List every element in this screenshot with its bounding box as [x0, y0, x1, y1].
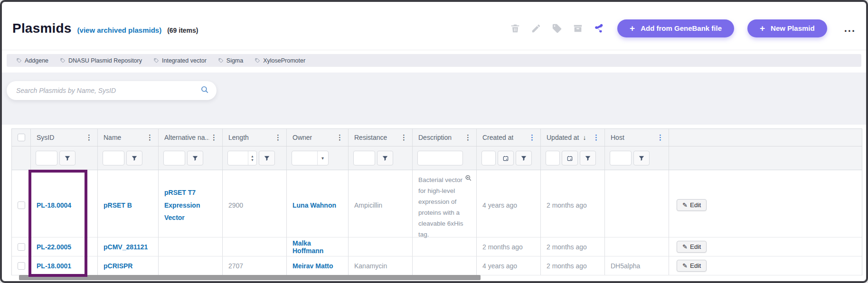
zoom-in-icon[interactable] [465, 174, 472, 183]
alt-name-link[interactable]: pRSET T7 Expression Vector [164, 186, 217, 224]
sysid-link[interactable]: PL-18.0001 [37, 262, 71, 270]
tag-icon [60, 58, 66, 64]
row-checkbox[interactable] [18, 262, 25, 270]
name-link[interactable]: pRSET B [104, 201, 132, 209]
updated-at-filter-input[interactable] [546, 151, 560, 165]
column-menu-icon[interactable]: ⋮ [656, 133, 665, 142]
tag-filter-bar: Addgene DNASU Plasmid Repository Integra… [7, 54, 861, 67]
length-funnel-icon[interactable] [259, 151, 275, 165]
column-header-created-at[interactable]: Created at ⋮ [477, 129, 541, 146]
alt-name-filter-input[interactable] [163, 151, 185, 165]
column-header-resistance[interactable]: Resistance ⋮ [349, 129, 413, 146]
owner-link[interactable]: Meirav Matto [292, 262, 333, 270]
column-label: Owner [292, 134, 312, 141]
column-header-description[interactable]: Description ⋮ [413, 129, 477, 146]
description-value: Bacterial vector for high-level expressi… [418, 175, 472, 240]
tag-icon [153, 58, 159, 64]
host-filter-input[interactable] [610, 151, 632, 165]
column-menu-icon[interactable]: ⋮ [145, 133, 154, 142]
column-menu-icon[interactable]: ⋮ [85, 133, 94, 142]
view-archived-link[interactable]: (view archived plasmids) [77, 26, 162, 34]
column-header-updated-at[interactable]: Updated at ↓ ⋮ [541, 129, 605, 146]
chevron-down-icon[interactable]: ▾ [317, 151, 328, 165]
alt-name-funnel-icon[interactable] [187, 151, 203, 165]
column-header-name[interactable]: Name ⋮ [98, 129, 159, 146]
search-box [7, 81, 217, 100]
updated-at-value: 2 months ago [547, 262, 587, 270]
trash-icon[interactable] [510, 23, 520, 34]
resistance-value: Kanamycin [354, 262, 387, 270]
resistance-funnel-icon[interactable] [377, 151, 393, 165]
created-at-value: 4 years ago [482, 262, 517, 270]
sysid-link[interactable]: PL-22.0005 [37, 243, 71, 251]
table-filter-row: ▲▼ ▾ [12, 146, 862, 170]
length-stepper[interactable]: ▲▼ [248, 151, 256, 165]
column-header-host[interactable]: Host ⋮ [605, 129, 669, 146]
tag-chip[interactable]: XylosePromoter [255, 57, 305, 64]
name-link[interactable]: pCRISPR [104, 262, 132, 270]
search-input[interactable] [16, 87, 200, 94]
name-link[interactable]: pCMV_281121 [104, 243, 148, 251]
created-at-filter-input[interactable] [481, 151, 496, 165]
table-header-row: SysID ⋮ Name ⋮ Alternative na... ⋮ Lengt… [12, 129, 862, 146]
row-checkbox[interactable] [18, 243, 25, 251]
archive-icon[interactable] [573, 23, 583, 34]
column-menu-icon[interactable]: ⋮ [528, 133, 537, 142]
select-all-checkbox[interactable] [18, 134, 25, 141]
row-checkbox[interactable] [18, 201, 25, 209]
edit-button[interactable]: ✎ Edit [677, 199, 707, 211]
updated-at-funnel-icon[interactable] [580, 151, 596, 165]
tag-chip[interactable]: DNASU Plasmid Repository [60, 57, 142, 64]
tag-chip[interactable]: Integrated vector [153, 57, 207, 64]
edit-label: Edit [690, 243, 701, 250]
column-menu-icon[interactable]: ⋮ [399, 133, 408, 142]
column-menu-icon[interactable]: ⋮ [463, 133, 472, 142]
add-from-genebank-button[interactable]: + Add from GeneBank file [617, 19, 734, 37]
owner-link[interactable]: Malka Hoffmann [292, 239, 343, 255]
more-options-button[interactable]: ... [844, 26, 856, 31]
tag-label: Sigma [226, 57, 243, 64]
edit-label: Edit [690, 201, 701, 209]
description-filter-input[interactable] [417, 151, 463, 165]
share-icon[interactable] [594, 23, 604, 34]
tag-chip[interactable]: Sigma [218, 57, 243, 64]
column-header-length[interactable]: Length ⋮ [223, 129, 287, 146]
name-funnel-icon[interactable] [126, 151, 142, 165]
new-plasmid-button[interactable]: + New Plasmid [747, 19, 827, 37]
column-label: Resistance [354, 134, 387, 141]
owner-link[interactable]: Luna Wahnon [292, 201, 336, 209]
length-value: 2900 [228, 201, 243, 209]
pencil-icon[interactable] [531, 23, 541, 34]
search-icon[interactable] [200, 85, 209, 96]
page-title: Plasmids [12, 21, 72, 36]
column-header-owner[interactable]: Owner ⋮ [287, 129, 349, 146]
column-menu-icon[interactable]: ⋮ [209, 133, 218, 142]
length-value: 2707 [228, 262, 243, 270]
resistance-filter-input[interactable] [353, 151, 375, 165]
table-row[interactable]: PL-18.0004 pRSET B pRSET T7 Expression V… [12, 170, 862, 237]
plus-icon: + [760, 23, 765, 34]
horizontal-scrollbar[interactable] [19, 275, 481, 280]
column-header-sysid[interactable]: SysID ⋮ [31, 129, 98, 146]
sysid-filter-input[interactable] [36, 151, 57, 165]
tag-icon[interactable] [552, 23, 562, 34]
sysid-link[interactable]: PL-18.0004 [37, 201, 71, 209]
column-menu-icon[interactable]: ⋮ [592, 133, 601, 142]
column-menu-icon[interactable]: ⋮ [274, 133, 283, 142]
sysid-funnel-icon[interactable] [59, 151, 75, 165]
edit-button[interactable]: ✎ Edit [677, 241, 707, 253]
column-header-alternative-name[interactable]: Alternative na... ⋮ [159, 129, 223, 146]
tag-label: Integrated vector [162, 57, 207, 64]
host-funnel-icon[interactable] [633, 151, 650, 165]
column-menu-icon[interactable]: ⋮ [335, 133, 344, 142]
name-filter-input[interactable] [103, 151, 124, 165]
search-panel [2, 73, 866, 125]
updated-at-calendar-icon[interactable] [562, 151, 578, 165]
created-at-calendar-icon[interactable] [498, 151, 514, 165]
created-at-funnel-icon[interactable] [516, 151, 532, 165]
sort-descending-icon[interactable]: ↓ [583, 134, 586, 141]
table-row[interactable]: PL-22.0005 pCMV_281121 Malka Hoffmann 2 … [12, 237, 862, 256]
tag-chip[interactable]: Addgene [16, 57, 48, 64]
edit-button[interactable]: ✎ Edit [677, 260, 707, 272]
table-row[interactable]: PL-18.0001 pCRISPR 2707 Meirav Matto Kan… [12, 256, 862, 275]
